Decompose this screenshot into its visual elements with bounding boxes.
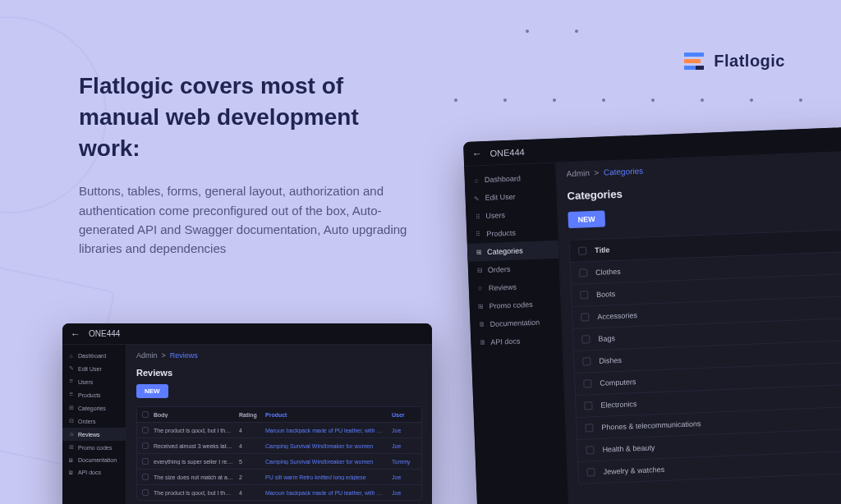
sidebar-item-label: Dashboard — [485, 174, 521, 184]
sidebar-item-label: Promo codes — [78, 445, 112, 451]
api-docs-icon: 🗎 — [68, 470, 74, 475]
reviews-table: Body Rating Product User The product is … — [136, 406, 422, 501]
checkbox[interactable] — [580, 291, 588, 299]
checkbox[interactable] — [142, 427, 149, 433]
checkbox[interactable] — [142, 458, 149, 465]
cell-product[interactable]: Camping Survival Windbreaker for women — [265, 443, 387, 449]
cell-title: Dishes — [599, 356, 622, 365]
checkbox[interactable] — [585, 424, 593, 432]
cell-product[interactable]: Maroon backpack made of PU leather, with… — [265, 428, 387, 433]
orders-icon: ⊟ — [68, 418, 74, 424]
edit-user-icon: ✎ — [68, 365, 74, 372]
cell-title: Jewelry & watches — [603, 465, 664, 476]
sidebar-item-products[interactable]: ⠿Products — [62, 388, 126, 401]
checkbox[interactable] — [582, 357, 591, 365]
cell-rating: 4 — [239, 428, 260, 433]
new-button[interactable]: NEW — [568, 210, 605, 228]
sidebar-item-label: API docs — [490, 337, 520, 346]
reviews-panel-title: Reviews — [136, 368, 422, 378]
brand: Flatlogic — [684, 52, 785, 71]
sidebar-item-categories[interactable]: ⊞Categories — [62, 401, 126, 415]
promo-codes-icon: ⊞ — [478, 303, 485, 310]
checkbox-all[interactable] — [578, 246, 586, 254]
sidebar-item-label: Promo codes — [489, 300, 533, 310]
promo-block: Flatlogic covers most of manual web deve… — [79, 71, 424, 258]
sidebar-item-edit-user[interactable]: ✎Edit User — [62, 362, 126, 375]
sidebar-item-orders[interactable]: ⊟Orders — [62, 415, 126, 428]
cell-product[interactable]: PU slit warm Retro knitted long edgiese — [265, 474, 387, 480]
checkbox[interactable] — [142, 442, 149, 449]
reviews-main: Admin > Reviews Reviews NEW Body Rating … — [126, 345, 432, 504]
cell-product[interactable]: Maroon backpack made of PU leather, with… — [265, 490, 387, 496]
sidebar-item-users[interactable]: ⠿Users — [62, 375, 126, 388]
sidebar-item-label: Products — [78, 392, 101, 398]
new-button[interactable]: NEW — [136, 384, 168, 398]
sidebar-item-documentation[interactable]: 🗎Documentation — [62, 454, 126, 466]
orders-icon: ⊟ — [476, 267, 483, 274]
back-icon[interactable]: ← — [71, 328, 80, 340]
sidebar-item-label: Categories — [78, 405, 106, 411]
brand-name: Flatlogic — [714, 52, 785, 71]
checkbox[interactable] — [142, 474, 149, 480]
table-row[interactable]: The product is good, but I thought...4Ma… — [137, 485, 421, 500]
checkbox-all[interactable] — [142, 411, 149, 418]
cell-rating: 2 — [239, 474, 260, 480]
cell-user[interactable]: Joe — [392, 443, 416, 449]
cell-title: Health & beauty — [602, 443, 655, 453]
checkbox[interactable] — [581, 335, 590, 343]
table-row[interactable]: The product is good, but I thought...4Ma… — [137, 423, 421, 438]
reviews-icon: ☆ — [68, 431, 74, 438]
cell-title: Electronics — [600, 400, 636, 410]
checkbox[interactable] — [586, 446, 594, 454]
sidebar-item-dashboard[interactable]: ⌂Dashboard — [62, 350, 126, 362]
cell-body: The product is good, but I thought... — [154, 490, 234, 496]
reviews-window: ← ONE444 ⌂Dashboard✎Edit User⠿Users⠿Prod… — [62, 323, 432, 504]
sidebar-item-api-docs[interactable]: 🗎API docs — [471, 331, 563, 352]
reviews-header-row: Body Rating Product User — [137, 407, 421, 423]
users-icon: ⠿ — [68, 378, 74, 385]
checkbox[interactable] — [584, 401, 592, 410]
cell-title: Clothes — [595, 268, 621, 277]
products-icon: ⠿ — [68, 392, 74, 398]
checkbox[interactable] — [586, 468, 595, 476]
api-docs-icon: 🗎 — [479, 339, 485, 346]
cell-user[interactable]: Joe — [392, 474, 416, 480]
sidebar-item-label: Reviews — [78, 432, 99, 438]
categories-window: ← ONE444 ⌂Dashboard✎Edit User⠿Users⠿Prod… — [463, 127, 841, 504]
checkbox[interactable] — [581, 313, 589, 321]
table-row[interactable]: everything is super seller I recom...5Ca… — [137, 454, 421, 470]
cell-user[interactable]: Joe — [392, 490, 416, 496]
sidebar-item-label: Orders — [78, 419, 95, 424]
checkbox[interactable] — [583, 379, 591, 387]
cell-body: The product is good, but I thought... — [154, 428, 234, 433]
promo-body: Buttons, tables, forms, general layout, … — [79, 181, 424, 258]
promo-codes-icon: ⊞ — [68, 444, 74, 451]
reviews-window-title: ONE444 — [89, 329, 120, 338]
breadcrumb-parent[interactable]: Admin — [136, 351, 158, 360]
cell-user[interactable]: Tommy — [392, 459, 416, 465]
table-row[interactable]: The size does not match at all! 43...2PU… — [137, 470, 421, 485]
cell-rating: 5 — [239, 459, 260, 465]
sidebar-item-reviews[interactable]: ☆Reviews — [62, 428, 126, 441]
categories-icon: ⊞ — [476, 249, 482, 256]
reviews-sidebar: ⌂Dashboard✎Edit User⠿Users⠿Products⊞Cate… — [62, 345, 126, 504]
sidebar-item-label: API docs — [78, 470, 101, 475]
breadcrumb-parent[interactable]: Admin — [566, 168, 590, 178]
breadcrumb: Admin > Reviews — [136, 351, 422, 360]
cell-user[interactable]: Joe — [392, 428, 416, 433]
cell-body: everything is super seller I recom... — [154, 459, 234, 465]
dashboard-icon: ⌂ — [473, 176, 480, 184]
checkbox[interactable] — [579, 268, 587, 277]
sidebar-item-api-docs[interactable]: 🗎API docs — [62, 466, 126, 479]
sidebar-item-label: Categories — [487, 246, 523, 256]
col-user: User — [392, 412, 416, 418]
sidebar-item-promo-codes[interactable]: ⊞Promo codes — [62, 441, 126, 454]
categories-main: Admin > Categories Categories NEW Title … — [556, 152, 841, 504]
cell-product[interactable]: Camping Survival Windbreaker for women — [265, 459, 387, 465]
table-row[interactable]: Received almost 3 weeks later in...4Camp… — [137, 438, 421, 454]
col-body: Body — [154, 412, 234, 418]
dashboard-icon: ⌂ — [68, 353, 74, 359]
sidebar-item-label: Reviews — [489, 283, 517, 292]
checkbox[interactable] — [142, 489, 149, 496]
back-icon[interactable]: ← — [471, 148, 482, 159]
